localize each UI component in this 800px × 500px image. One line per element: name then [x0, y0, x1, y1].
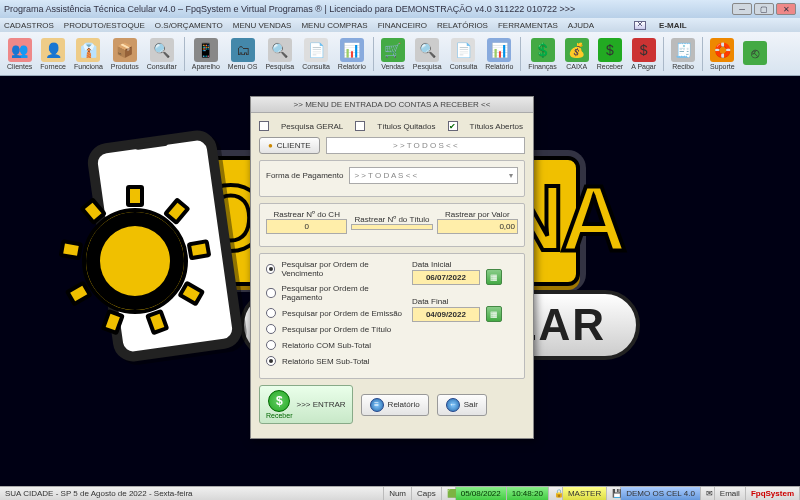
toolbar-relatório[interactable]: 📊Relatório	[482, 37, 516, 71]
disk-icon: 💾	[607, 487, 621, 500]
toolbar-exit[interactable]: ⎋	[740, 40, 770, 67]
main-toolbar: 👥Clientes👤Fornece👔Funciona📦Produtos🔍Cons…	[0, 32, 800, 76]
toolbar-recibo[interactable]: 🧾Recibo	[668, 37, 698, 71]
status-date: 05/08/2022	[456, 487, 507, 500]
mail-status-icon: ✉	[701, 487, 715, 500]
toolbar-a pagar[interactable]: $A Pagar	[628, 37, 659, 71]
toolbar-vendas[interactable]: 🛒Vendas	[378, 37, 408, 71]
label-pesquisa-geral: Pesquisa GERAL	[281, 122, 343, 131]
toolbar-aparelho[interactable]: 📱Aparelho	[189, 37, 223, 71]
flag-icon: 🟩	[442, 487, 456, 500]
checkbox-titulos-quitados[interactable]	[355, 121, 365, 131]
relatorio-button[interactable]: ≡Relatório	[361, 394, 429, 416]
cliente-button[interactable]: ●CLIENTE	[259, 137, 320, 154]
window-title: Programa Assistência Técnica Celular v4.…	[4, 4, 575, 14]
menu-email[interactable]: E-MAIL	[659, 21, 687, 30]
label-titulos-quitados: Títulos Quitados	[377, 122, 435, 131]
menu-produto[interactable]: PRODUTO/ESTOQUE	[64, 21, 145, 30]
label-radio-3: Pesquisar por Ordem de Título	[282, 325, 391, 334]
label-data-inicial: Data Inicial	[412, 260, 518, 269]
label-forma-pagamento: Forma de Pagamento	[266, 171, 343, 180]
radio-ordem-vencimento[interactable]	[266, 264, 275, 274]
status-caps: Caps	[412, 487, 442, 500]
label-radio-5: Relatório SEM Sub-Total	[282, 357, 370, 366]
status-email[interactable]: Email	[715, 487, 746, 500]
input-rastrear-valor[interactable]: 0,00	[437, 219, 518, 234]
label-titulos-abertos: Títulos Abertos	[470, 122, 523, 131]
menu-financeiro[interactable]: FINANCEIRO	[378, 21, 427, 30]
dialog-title: >> MENU DE ENTRADA DO CONTAS A RECEBER <…	[251, 97, 533, 113]
toolbar-fornece[interactable]: 👤Fornece	[37, 37, 69, 71]
menu-os[interactable]: O.S/ORÇAMENTO	[155, 21, 223, 30]
menu-bar: CADASTROS PRODUTO/ESTOQUE O.S/ORÇAMENTO …	[0, 18, 800, 32]
status-brand: FpqSystem	[746, 487, 800, 500]
toolbar-receber[interactable]: $Receber	[594, 37, 626, 71]
report-icon: ≡	[370, 398, 384, 412]
radio-sem-subtotal[interactable]	[266, 356, 276, 366]
status-demo: DEMO OS CEL 4.0	[621, 487, 701, 500]
radio-ordem-titulo[interactable]	[266, 324, 276, 334]
exit-icon: ←	[446, 398, 460, 412]
status-bar: SUA CIDADE - SP 5 de Agosto de 2022 - Se…	[0, 486, 800, 500]
radio-com-subtotal[interactable]	[266, 340, 276, 350]
toolbar-clientes[interactable]: 👥Clientes	[4, 37, 35, 71]
minimize-button[interactable]: ─	[732, 3, 752, 15]
radio-ordem-emissao[interactable]	[266, 308, 276, 318]
status-num: Num	[384, 487, 412, 500]
status-time: 10:48:20	[507, 487, 549, 500]
forma-pagamento-select[interactable]: > > T O D A S < <▾	[349, 167, 518, 184]
status-master: MASTER	[563, 487, 607, 500]
toolbar-consulta[interactable]: 📄Consulta	[299, 37, 333, 71]
toolbar-funciona[interactable]: 👔Funciona	[71, 37, 106, 71]
mail-icon	[634, 21, 646, 30]
label-rastrear-titulo: Rastrear Nº do Título	[351, 215, 432, 224]
window-titlebar: Programa Assistência Técnica Celular v4.…	[0, 0, 800, 18]
toolbar-relatório[interactable]: 📊Relatório	[335, 37, 369, 71]
toolbar-caixa[interactable]: 💰CAIXA	[562, 37, 592, 71]
toolbar-consulta[interactable]: 📄Consulta	[447, 37, 481, 71]
sair-button[interactable]: ←Sair	[437, 394, 487, 416]
label-data-final: Data Final	[412, 297, 518, 306]
close-button[interactable]: ✕	[776, 3, 796, 15]
menu-vendas[interactable]: MENU VENDAS	[233, 21, 292, 30]
input-rastrear-ch[interactable]: 0	[266, 219, 347, 234]
money-icon: $	[268, 390, 290, 412]
content-area: O NA LAR >> MENU DE ENTRADA DO CONTAS A …	[0, 76, 800, 486]
toolbar-suporte[interactable]: 🛟Suporte	[707, 37, 738, 71]
label-radio-4: Relatório COM Sub-Total	[282, 341, 371, 350]
calendar-final-button[interactable]: ▦	[486, 306, 502, 322]
input-rastrear-titulo[interactable]	[351, 224, 432, 230]
toolbar-pesquisa[interactable]: 🔍Pesquisa	[262, 37, 297, 71]
contas-receber-dialog: >> MENU DE ENTRADA DO CONTAS A RECEBER <…	[250, 96, 534, 439]
lock-icon: 🔒	[549, 487, 563, 500]
menu-relatorios[interactable]: RELATÓRIOS	[437, 21, 488, 30]
menu-cadastros[interactable]: CADASTROS	[4, 21, 54, 30]
input-data-final[interactable]: 04/09/2022	[412, 307, 480, 322]
checkbox-titulos-abertos[interactable]: ✔	[448, 121, 458, 131]
toolbar-pesquisa[interactable]: 🔍Pesquisa	[410, 37, 445, 71]
label-receber: Receber	[266, 412, 292, 419]
label-radio-0: Pesquisar por Ordem de Vencimento	[281, 260, 403, 278]
calendar-inicial-button[interactable]: ▦	[486, 269, 502, 285]
toolbar-consultar[interactable]: 🔍Consultar	[144, 37, 180, 71]
label-rastrear-valor: Rastrear por Valor	[437, 210, 518, 219]
checkbox-pesquisa-geral[interactable]	[259, 121, 269, 131]
maximize-button[interactable]: ▢	[754, 3, 774, 15]
label-radio-2: Pesquisar por Ordem de Emissão	[282, 309, 402, 318]
input-data-inicial[interactable]: 06/07/2022	[412, 270, 480, 285]
menu-ferramentas[interactable]: FERRAMENTAS	[498, 21, 558, 30]
cliente-field[interactable]: > > T O D O S < <	[326, 137, 525, 154]
entrar-button[interactable]: $Receber >>> ENTRAR	[259, 385, 353, 424]
toolbar-produtos[interactable]: 📦Produtos	[108, 37, 142, 71]
label-rastrear-ch: Rastrear Nº do CH	[266, 210, 347, 219]
menu-ajuda[interactable]: AJUDA	[568, 21, 594, 30]
toolbar-menu os[interactable]: 🗂Menu OS	[225, 37, 261, 71]
toolbar-finanças[interactable]: 💲Finanças	[525, 37, 559, 71]
radio-ordem-pagamento[interactable]	[266, 288, 276, 298]
status-location: SUA CIDADE - SP 5 de Agosto de 2022 - Se…	[0, 487, 384, 500]
label-radio-1: Pesquisar por Ordem de Pagamento	[282, 284, 404, 302]
menu-compras[interactable]: MENU COMPRAS	[301, 21, 367, 30]
